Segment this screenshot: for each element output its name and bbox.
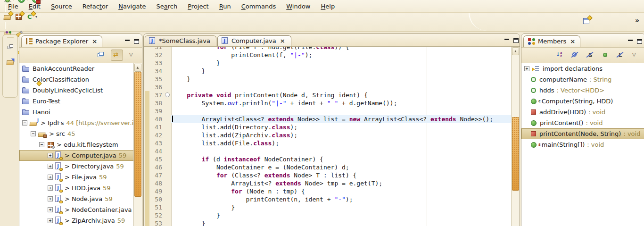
restore-panes-button[interactable] bbox=[5, 42, 16, 52]
close-icon[interactable]: × bbox=[280, 38, 285, 44]
member-item[interactable]: computerName : String bbox=[521, 74, 644, 85]
tree-item-ZipArchiv.java[interactable]: >ZipArchiv.java59 bbox=[19, 215, 142, 226]
close-icon[interactable]: × bbox=[570, 39, 575, 44]
tree-item-edu.kit.filesystem[interactable]: >edu.kit.filesystem bbox=[19, 139, 142, 150]
maximize-icon[interactable] bbox=[513, 38, 520, 43]
scroll-up-arrow-icon[interactable] bbox=[134, 64, 141, 72]
maximize-icon[interactable] bbox=[133, 39, 140, 44]
expand-expander-icon[interactable] bbox=[524, 66, 529, 71]
expand-expander-icon[interactable] bbox=[48, 175, 53, 180]
menu-item-search[interactable]: Search bbox=[151, 1, 183, 12]
perspective-bar-handle[interactable] bbox=[7, 37, 14, 38]
package-explorer-scrollbar[interactable] bbox=[133, 63, 142, 226]
fold-column bbox=[165, 163, 171, 171]
scrollbar-thumb[interactable] bbox=[512, 117, 519, 191]
expand-expander-icon[interactable] bbox=[48, 196, 53, 201]
view-menu-button[interactable] bbox=[630, 50, 641, 60]
editor-tab-SomeClassjava[interactable]: *SomeClass.java bbox=[145, 35, 216, 46]
chevron-down-icon[interactable]: ▾ bbox=[13, 0, 15, 1]
tree-item-HDD.java[interactable]: >HDD.java59 bbox=[19, 183, 142, 193]
tree-item-File.java[interactable]: >File.java59 bbox=[19, 172, 142, 183]
menu-item-navigate[interactable]: Navigate bbox=[113, 1, 151, 12]
open-perspective-button[interactable] bbox=[5, 57, 16, 67]
fold-column bbox=[165, 155, 171, 163]
tree-item-NodeContainer.java[interactable]: >NodeContainer.java bbox=[19, 204, 142, 215]
fold-collapse-icon[interactable] bbox=[165, 92, 170, 97]
tree-item-Node.java[interactable]: >Node.java59 bbox=[19, 193, 142, 204]
member-item[interactable]: cComputer(String, HDD) bbox=[521, 96, 644, 107]
tree-item-Computer.java[interactable]: >Computer.java59 bbox=[19, 150, 142, 161]
member-item[interactable]: printContent() : void bbox=[521, 117, 644, 128]
debug-button[interactable]: ▾ bbox=[2, 0, 16, 5]
minimize-icon[interactable] bbox=[627, 39, 634, 44]
workspace: Package Explorer × BankAccountReaderColo… bbox=[0, 32, 644, 226]
tree-item-DoublyLinkedCyclicList[interactable]: DoublyLinkedCyclicList bbox=[19, 85, 142, 96]
collapse-expander-icon[interactable] bbox=[39, 142, 44, 147]
line-number: 51 bbox=[144, 203, 165, 211]
member-item[interactable]: smain(String[]) : void bbox=[521, 139, 644, 150]
chevron-down-icon[interactable]: ▾ bbox=[35, 15, 37, 19]
expand-expander-icon[interactable] bbox=[48, 153, 53, 158]
hide-local-types-button[interactable] bbox=[615, 50, 626, 60]
minimize-icon[interactable] bbox=[504, 38, 510, 43]
tree-item-BankAccountReader[interactable]: BankAccountReader bbox=[19, 63, 142, 74]
expand-expander-icon[interactable] bbox=[48, 218, 53, 223]
menu-item-commands[interactable]: Commands bbox=[236, 1, 281, 12]
new-java-project-button[interactable] bbox=[2, 12, 13, 22]
maximize-icon[interactable] bbox=[636, 39, 643, 44]
member-item[interactable]: addDrive(HDD) : void bbox=[521, 107, 644, 117]
expand-expander-icon[interactable] bbox=[48, 207, 53, 212]
menu-item-window[interactable]: Window bbox=[281, 1, 315, 12]
tree-item-Hanoi[interactable]: Hanoi bbox=[19, 107, 142, 117]
collapse-expander-icon[interactable] bbox=[31, 131, 36, 136]
tree-item-src[interactable]: >src45 bbox=[19, 128, 142, 139]
external-tools-button[interactable]: ▾ bbox=[30, 0, 44, 5]
tree-item-Euro-Test[interactable]: Euro-Test bbox=[19, 96, 142, 107]
svn-outgoing-indicator: > bbox=[49, 130, 54, 137]
code-line-40: 40 ArrayList<Class<? extends Node>> list… bbox=[144, 115, 520, 123]
editor-scrollbar[interactable] bbox=[511, 47, 520, 226]
member-item[interactable]: import declarations bbox=[521, 63, 644, 74]
expand-expander-icon[interactable] bbox=[48, 185, 53, 191]
new-class-button[interactable]: ▾ bbox=[25, 12, 39, 22]
menu-item-refactor[interactable]: Refactor bbox=[77, 1, 114, 12]
scrollbar-thumb[interactable] bbox=[134, 72, 141, 197]
sort-button[interactable] bbox=[554, 50, 566, 60]
code-editor[interactable]: 31 for (File f : hdd.get(File.class)) {3… bbox=[144, 47, 520, 226]
tree-item-IpdFs[interactable]: >IpdFs44 [https://svnserver.i bbox=[19, 117, 142, 128]
view-menu-button[interactable] bbox=[127, 50, 138, 60]
run-button[interactable]: ▾ bbox=[16, 0, 30, 5]
close-icon[interactable]: × bbox=[92, 39, 97, 44]
menu-item-help[interactable]: Help bbox=[316, 1, 340, 12]
package-explorer-tab[interactable]: Package Explorer × bbox=[21, 35, 102, 47]
collapse-all-button[interactable] bbox=[96, 50, 107, 60]
svn-outgoing-indicator: > bbox=[41, 119, 46, 126]
member-label: main(String[]) bbox=[542, 141, 585, 148]
member-item[interactable]: printContent(Node, String) : void bbox=[521, 128, 644, 139]
tree-item-label: Computer.java bbox=[72, 152, 116, 159]
tree-item-Directory.java[interactable]: >Directory.java59 bbox=[19, 161, 142, 172]
expand-expander-icon[interactable] bbox=[48, 164, 53, 169]
package-explorer-tree: BankAccountReaderColorClassificationDoub… bbox=[19, 63, 142, 226]
minimize-icon[interactable] bbox=[124, 39, 131, 44]
new-view-button[interactable] bbox=[581, 16, 592, 26]
new-package-button[interactable] bbox=[13, 12, 25, 22]
toolbar-overflow-chevron[interactable]: » bbox=[635, 17, 639, 24]
chevron-down-icon[interactable]: ▾ bbox=[27, 0, 29, 1]
hide-static-button[interactable] bbox=[585, 50, 596, 60]
member-item[interactable]: hdds : Vector<HDD> bbox=[521, 85, 644, 96]
collapse-expander-icon[interactable] bbox=[22, 120, 27, 126]
menu-item-run[interactable]: Run bbox=[214, 1, 236, 12]
chevron-down-icon[interactable]: ▾ bbox=[41, 0, 43, 1]
fold-column bbox=[165, 195, 171, 203]
hide-fields-button[interactable] bbox=[570, 50, 581, 60]
constructor-decorator: c bbox=[538, 99, 541, 103]
link-editor-button[interactable] bbox=[111, 50, 123, 61]
code-line-45: 45 if (d instanceof NodeContainer) { bbox=[144, 155, 520, 163]
members-tab[interactable]: Members × bbox=[523, 35, 580, 47]
editor-tab-Computerjava[interactable]: Computer.java× bbox=[217, 35, 291, 46]
menu-item-project[interactable]: Project bbox=[182, 1, 214, 12]
line-number: 44 bbox=[144, 147, 165, 155]
scroll-up-arrow-icon[interactable] bbox=[512, 47, 519, 55]
show-public-button[interactable] bbox=[600, 50, 611, 60]
